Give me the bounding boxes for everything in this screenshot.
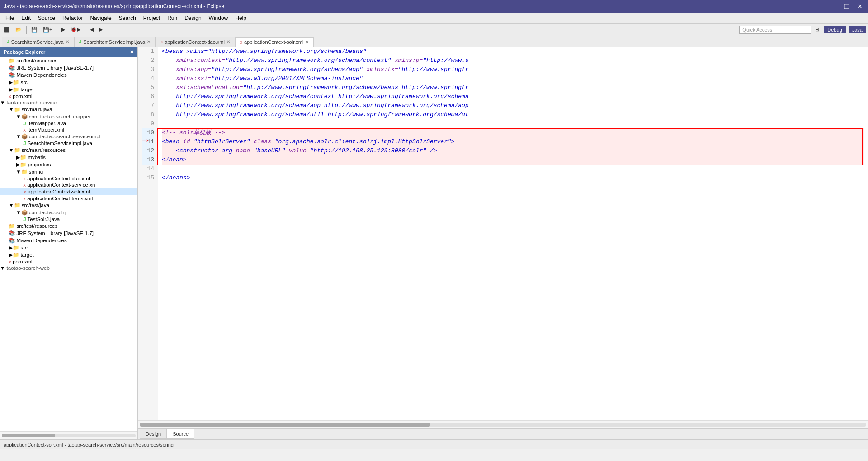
- tab-icon-searchitemserviceimpl: J: [79, 39, 82, 44]
- debug-perspective-button[interactable]: Debug: [824, 26, 845, 33]
- tree-com-taotao-search-mapper[interactable]: ▼📦 com.taotao.search.mapper: [0, 113, 137, 120]
- menu-project[interactable]: Project: [140, 14, 164, 22]
- close-button[interactable]: ✕: [855, 3, 864, 10]
- tree-testsolrj-java[interactable]: J TestSolrJ.java: [0, 216, 137, 222]
- tree-itemmapper-java[interactable]: J ItemMapper.java: [0, 120, 137, 127]
- tree-target-1[interactable]: ▶📁 target: [0, 86, 137, 93]
- menu-search[interactable]: Search: [115, 14, 140, 22]
- java-perspective-button[interactable]: Java: [849, 26, 866, 33]
- tree-src-main-resources[interactable]: ▼📁 src/main/resources: [0, 146, 137, 154]
- maximize-button[interactable]: ❐: [842, 3, 852, 10]
- package-explorer-sidebar: Package Explorer ✕ 📁 src/test/resources …: [0, 47, 138, 439]
- tab-applicationcontext-dao[interactable]: x applicationContext-dao.xml ✕: [156, 37, 235, 47]
- toolbar-debug-run-button[interactable]: 🐞▶: [69, 26, 82, 33]
- tree-src-test-resources-1[interactable]: 📁 src/test/resources: [0, 57, 137, 64]
- tree-applicationcontext-service-xml[interactable]: x applicationContext-service.xn: [0, 182, 137, 188]
- code-line-3: xmlns:aop="http://www.springframework.or…: [162, 65, 864, 74]
- editor-bottom-tabs: Design Source: [138, 428, 868, 439]
- menu-navigate[interactable]: Navigate: [86, 14, 115, 22]
- tree-jre-system-library-1[interactable]: 📚 JRE System Library [JavaSE-1.7]: [0, 64, 137, 71]
- tab-icon-dao: x: [160, 39, 163, 44]
- bottom-tab-design[interactable]: Design: [140, 429, 167, 439]
- tab-applicationcontext-solr[interactable]: x applicationContext-solr.xml ✕: [235, 37, 314, 47]
- tree-src-main-java[interactable]: ▼📁 src/main/java: [0, 106, 137, 113]
- tree-src-test-java[interactable]: ▼📁 src/test/java: [0, 202, 137, 209]
- editor-horizontal-scroll[interactable]: [138, 420, 868, 428]
- code-lines[interactable]: <beans xmlns="http://www.springframework…: [158, 47, 868, 420]
- tree-applicationcontext-dao-xml[interactable]: x applicationContext-dao.xml: [0, 175, 137, 182]
- toolbar-perspective-button[interactable]: ⊞: [813, 26, 821, 33]
- toolbar-back-button[interactable]: ◀: [88, 26, 95, 33]
- menu-window[interactable]: Window: [205, 14, 232, 22]
- package-explorer-tree[interactable]: 📁 src/test/resources 📚 JRE System Librar…: [0, 57, 137, 431]
- tree-maven-deps-1[interactable]: 📚 Maven Dependencies: [0, 71, 137, 79]
- scroll-thumb[interactable]: [2, 434, 55, 437]
- menu-refactor[interactable]: Refactor: [59, 14, 86, 22]
- menu-edit[interactable]: Edit: [18, 14, 34, 22]
- bottom-tab-source[interactable]: Source: [167, 429, 194, 439]
- code-container: 1 2 3 4 5 6 7 8 9 10 11 12 13 14: [138, 47, 868, 420]
- tree-src-2[interactable]: ▶📁 src: [0, 244, 137, 251]
- tree-searchitemserviceimpl-java[interactable]: J SearchItemServiceImpl.java: [0, 140, 137, 146]
- tree-spring[interactable]: ▼📁 spring: [0, 168, 137, 175]
- code-editor[interactable]: 1 2 3 4 5 6 7 8 9 10 11 12 13 14: [138, 47, 868, 420]
- sidebar-horizontal-scroll[interactable]: [0, 431, 137, 439]
- scroll-track[interactable]: [2, 434, 136, 437]
- minimize-button[interactable]: —: [829, 3, 839, 10]
- tree-taotao-search-web[interactable]: ▼ taotao-search-web: [0, 265, 137, 271]
- tree-applicationcontext-trans-xml[interactable]: x applicationContext-trans.xml: [0, 195, 137, 202]
- code-line-1: <beans xmlns="http://www.springframework…: [162, 47, 864, 56]
- tree-jre-system-library-2[interactable]: 📚 JRE System Library [JavaSE-1.7]: [0, 230, 137, 237]
- menu-help[interactable]: Help: [231, 14, 250, 22]
- line-num-10: 10: [142, 128, 154, 137]
- toolbar-save-all-button[interactable]: 💾+: [41, 26, 54, 33]
- tree-itemmapper-xml[interactable]: x ItemMapper.xml: [0, 127, 137, 133]
- line-num-11: 11: [142, 137, 154, 146]
- tree-com-taotao-solrj[interactable]: ▼📦 com.taotao.solrj: [0, 209, 137, 216]
- toolbar-separator-2: [57, 26, 57, 34]
- line-num-13: 13: [142, 155, 154, 165]
- tree-taotao-search-service[interactable]: ▼ taotao-search-service: [0, 99, 137, 106]
- menu-file[interactable]: File: [2, 14, 18, 22]
- package-explorer-controls[interactable]: ✕: [130, 49, 134, 55]
- line-num-5: 5: [142, 83, 154, 92]
- toolbar-run-button[interactable]: ▶: [60, 26, 67, 33]
- menu-source[interactable]: Source: [34, 14, 59, 22]
- toolbar-forward-button[interactable]: ▶: [97, 26, 104, 33]
- tree-mybatis[interactable]: ▶📁 mybatis: [0, 154, 137, 161]
- tab-close-searchitemservice[interactable]: ✕: [66, 39, 69, 44]
- line-num-2: 2: [142, 56, 154, 65]
- editor-scroll-track[interactable]: [140, 423, 866, 427]
- tab-searchitemservice[interactable]: J SearchItemService.java ✕: [2, 37, 74, 47]
- tree-applicationcontext-solr-xml[interactable]: x applicationContext-solr.xml: [0, 188, 137, 195]
- tab-close-dao[interactable]: ✕: [226, 39, 230, 44]
- line-num-6: 6: [142, 92, 154, 101]
- tree-pom-1[interactable]: x pom.xml: [0, 93, 137, 99]
- code-line-8: http://www.springframework.org/schema/ut…: [162, 110, 864, 119]
- menu-run[interactable]: Run: [164, 14, 181, 22]
- editor-wrapper: 1 2 3 4 5 6 7 8 9 10 11 12 13 14: [138, 47, 868, 439]
- menu-design[interactable]: Design: [181, 14, 205, 22]
- tab-close-solr[interactable]: ✕: [305, 40, 309, 45]
- tree-src-1[interactable]: ▶📁 src: [0, 79, 137, 86]
- quick-access-input[interactable]: Quick Access: [739, 26, 811, 34]
- tab-close-searchitemserviceimpl[interactable]: ✕: [147, 39, 151, 44]
- toolbar-save-button[interactable]: 💾: [29, 26, 39, 33]
- window-controls[interactable]: — ❐ ✕: [829, 3, 864, 10]
- line-num-3: 3: [142, 65, 154, 74]
- code-line-15: </beans>: [162, 174, 864, 183]
- editor-scroll-thumb[interactable]: [140, 423, 430, 427]
- tree-maven-deps-2[interactable]: 📚 Maven Dependencies: [0, 237, 137, 244]
- toolbar-new-button[interactable]: ⬛: [2, 26, 12, 33]
- code-line-10: <!-- solr单机版 -->: [162, 128, 864, 137]
- tree-com-taotao-search-service-impl[interactable]: ▼📦 com.taotao.search.service.impl: [0, 133, 137, 140]
- tree-target-2[interactable]: ▶📁 target: [0, 251, 137, 259]
- tree-src-test-resources-2[interactable]: 📁 src/test/resources: [0, 222, 137, 230]
- code-line-7: http://www.springframework.org/schema/ao…: [162, 101, 864, 110]
- editor-area: 1 2 3 4 5 6 7 8 9 10 11 12 13 14: [138, 47, 868, 439]
- tree-pom-2[interactable]: x pom.xml: [0, 259, 137, 265]
- line-numbers: 1 2 3 4 5 6 7 8 9 10 11 12 13 14: [138, 47, 158, 420]
- tree-properties[interactable]: ▶📁 properties: [0, 161, 137, 168]
- toolbar-open-button[interactable]: 📂: [14, 26, 24, 33]
- tab-searchitemserviceimpl[interactable]: J SearchItemServiceImpl.java ✕: [74, 37, 156, 47]
